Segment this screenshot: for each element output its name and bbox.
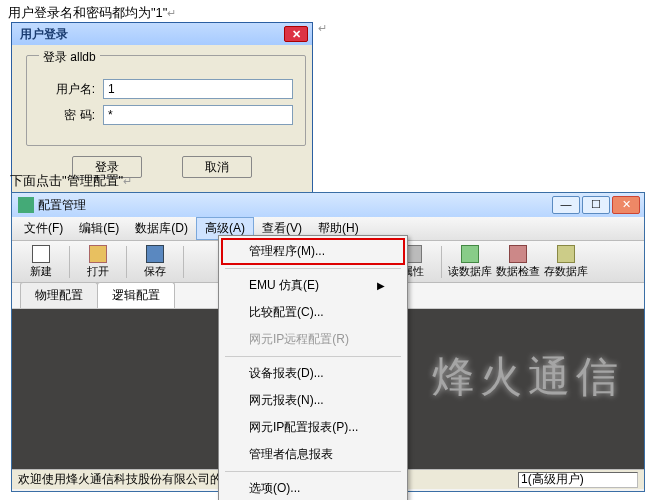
dropdown-options[interactable]: 选项(O)... [221, 475, 405, 500]
dropdown-compare[interactable]: 比较配置(C)... [221, 299, 405, 326]
toolbar-savedb[interactable]: 存数据库 [543, 243, 589, 281]
login-title-text: 用户登录 [20, 26, 68, 43]
tab-physical[interactable]: 物理配置 [20, 282, 98, 308]
chevron-right-icon: ▶ [377, 280, 385, 291]
toolbar-open[interactable]: 打开 [75, 243, 121, 281]
login-titlebar: 用户登录 ✕ [12, 23, 312, 45]
dropdown-emu[interactable]: EMU 仿真(E)▶ [221, 272, 405, 299]
dropdown-nereport[interactable]: 网元报表(N)... [221, 387, 405, 414]
savedb-icon [557, 245, 575, 263]
dropdown-ipreport[interactable]: 网元IP配置报表(P)... [221, 414, 405, 441]
password-input[interactable] [103, 105, 293, 125]
advanced-dropdown: 管理程序(M)... EMU 仿真(E)▶ 比较配置(C)... 网元IP远程配… [218, 235, 408, 500]
status-left-text: 欢迎使用烽火通信科技股份有限公司的产品 [18, 471, 246, 488]
toolbar-readdb[interactable]: 读数据库 [447, 243, 493, 281]
username-input[interactable] [103, 79, 293, 99]
menu-edit[interactable]: 编辑(E) [71, 217, 127, 240]
maximize-button[interactable]: ☐ [582, 196, 610, 214]
menu-db[interactable]: 数据库(D) [127, 217, 196, 240]
status-user: 1(高级用户) [518, 472, 638, 488]
dropdown-manage-program[interactable]: 管理程序(M)... [221, 238, 405, 265]
minimize-button[interactable]: — [552, 196, 580, 214]
cancel-button[interactable]: 取消 [182, 156, 252, 178]
open-icon [89, 245, 107, 263]
close-icon[interactable]: ✕ [284, 26, 308, 42]
tab-logical[interactable]: 逻辑配置 [97, 282, 175, 308]
close-button[interactable]: ✕ [612, 196, 640, 214]
config-titlebar: 配置管理 — ☐ ✕ [12, 193, 644, 217]
config-title-text: 配置管理 [38, 197, 86, 214]
password-label: 密 码: [39, 107, 95, 124]
readdb-icon [461, 245, 479, 263]
menu-file[interactable]: 文件(F) [16, 217, 71, 240]
check-icon [509, 245, 527, 263]
config-window: 配置管理 — ☐ ✕ 文件(F) 编辑(E) 数据库(D) 高级(A) 查看(V… [11, 192, 645, 492]
save-icon [146, 245, 164, 263]
new-icon [32, 245, 50, 263]
login-dialog: 用户登录 ✕ 登录 alldb 用户名: 密 码: 登录 取消 [11, 22, 313, 193]
fieldset-legend: 登录 alldb [39, 49, 100, 66]
app-icon [18, 197, 34, 213]
watermark-text: 烽火通信 [432, 349, 624, 405]
login-fieldset: 登录 alldb 用户名: 密 码: [26, 55, 306, 146]
dropdown-adminreport[interactable]: 管理者信息报表 [221, 441, 405, 468]
toolbar-datacheck[interactable]: 数据检查 [495, 243, 541, 281]
toolbar-new[interactable]: 新建 [18, 243, 64, 281]
instruction-text-2: 下面点击"管理配置"↵ [10, 172, 132, 190]
username-label: 用户名: [39, 81, 95, 98]
dropdown-devreport[interactable]: 设备报表(D)... [221, 360, 405, 387]
dropdown-remote: 网元IP远程配置(R) [221, 326, 405, 353]
toolbar-save[interactable]: 保存 [132, 243, 178, 281]
